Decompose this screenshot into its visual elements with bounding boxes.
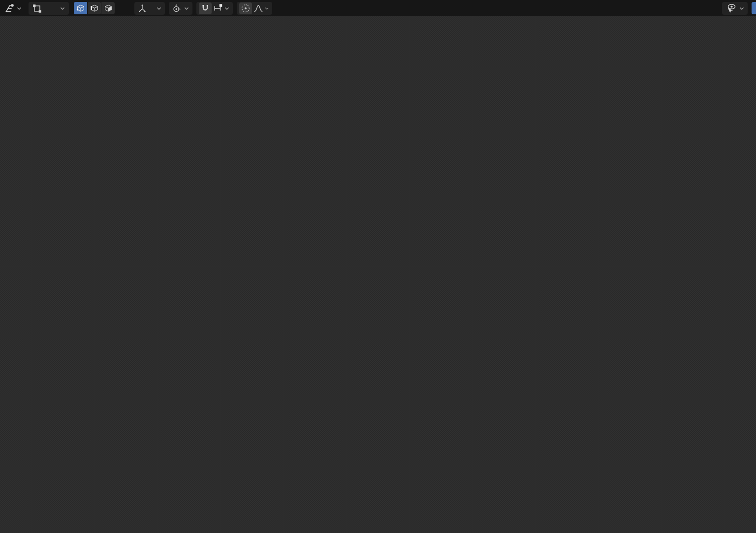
header-bar	[0, 0, 756, 16]
chevron-down-icon	[156, 4, 162, 13]
snap-controls	[196, 2, 233, 15]
select-mode-buttons	[74, 2, 115, 14]
proportional-editing-toggle[interactable]	[239, 2, 252, 14]
editor-type-button[interactable]	[3, 2, 24, 15]
vertex-select-icon	[76, 3, 86, 13]
visibility-icon	[724, 2, 737, 14]
transform-orientation-icon	[137, 3, 148, 14]
proportional-editing-icon	[240, 3, 251, 14]
falloff-dropdown[interactable]	[253, 3, 270, 14]
chevron-down-icon	[264, 4, 270, 13]
snap-with-button[interactable]	[213, 3, 230, 14]
vertex-select-button[interactable]	[74, 2, 87, 14]
edit-mode-icon	[32, 3, 42, 14]
snap-toggle-button[interactable]	[199, 2, 212, 14]
edge-select-button[interactable]	[88, 2, 101, 14]
chevron-down-icon	[16, 4, 23, 13]
face-select-button[interactable]	[101, 2, 115, 14]
edge-select-icon	[90, 3, 99, 13]
overlays-partial-button[interactable]	[752, 2, 756, 14]
chevron-down-icon	[738, 4, 745, 13]
chevron-down-icon	[59, 4, 66, 13]
chevron-down-icon	[183, 4, 190, 13]
pivot-point-icon	[171, 3, 182, 14]
proportional-editing-controls	[237, 2, 272, 15]
transform-orientation-dropdown[interactable]	[134, 2, 165, 15]
pivot-point-dropdown[interactable]	[169, 2, 192, 15]
viewport-3d[interactable]	[0, 0, 756, 533]
editor-type-icon	[4, 2, 16, 14]
show-object-types-dropdown[interactable]	[722, 2, 748, 15]
chevron-down-icon	[223, 4, 230, 13]
face-select-icon	[103, 3, 113, 13]
falloff-curve-icon	[253, 3, 264, 14]
mode-dropdown[interactable]	[29, 2, 69, 15]
snap-with-icon	[213, 3, 223, 14]
snap-magnet-icon	[200, 3, 211, 14]
